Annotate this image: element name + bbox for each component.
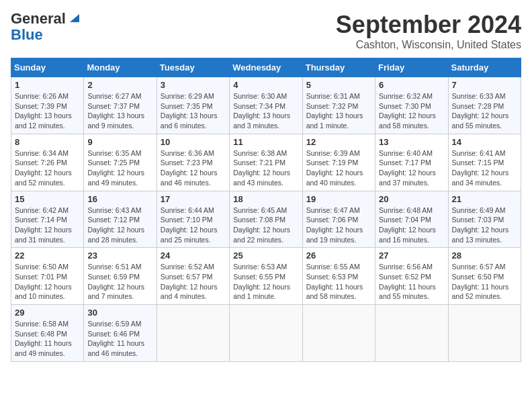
logo-icon [67, 11, 79, 24]
header-row: Sunday Monday Tuesday Wednesday Thursday… [11, 58, 521, 77]
day-detail: Sunrise: 6:51 AM Sunset: 6:59 PM Dayligh… [87, 262, 152, 302]
day-number: 7 [452, 80, 517, 90]
calendar-cell: 20Sunrise: 6:48 AM Sunset: 7:04 PM Dayli… [375, 191, 448, 248]
col-friday: Friday [375, 58, 448, 77]
logo-text: General [11, 11, 66, 27]
calendar-row: 1Sunrise: 6:26 AM Sunset: 7:39 PM Daylig… [11, 77, 521, 134]
day-number: 9 [87, 137, 152, 147]
day-number: 17 [161, 194, 226, 204]
day-number: 21 [452, 194, 517, 204]
calendar-cell: 18Sunrise: 6:45 AM Sunset: 7:08 PM Dayli… [230, 191, 302, 248]
day-detail: Sunrise: 6:35 AM Sunset: 7:25 PM Dayligh… [87, 148, 152, 188]
calendar-cell: 29Sunrise: 6:58 AM Sunset: 6:48 PM Dayli… [11, 305, 84, 362]
col-sunday: Sunday [11, 58, 84, 77]
calendar-cell: 9Sunrise: 6:35 AM Sunset: 7:25 PM Daylig… [84, 134, 157, 191]
day-detail: Sunrise: 6:58 AM Sunset: 6:48 PM Dayligh… [15, 319, 80, 359]
day-detail: Sunrise: 6:41 AM Sunset: 7:15 PM Dayligh… [452, 148, 517, 188]
day-detail: Sunrise: 6:38 AM Sunset: 7:21 PM Dayligh… [233, 148, 298, 188]
calendar-cell: 13Sunrise: 6:40 AM Sunset: 7:17 PM Dayli… [375, 134, 448, 191]
calendar-table: Sunday Monday Tuesday Wednesday Thursday… [11, 58, 521, 362]
day-detail: Sunrise: 6:53 AM Sunset: 6:55 PM Dayligh… [233, 262, 298, 302]
calendar-cell [375, 305, 448, 362]
calendar-cell: 26Sunrise: 6:55 AM Sunset: 6:53 PM Dayli… [302, 248, 375, 305]
day-number: 18 [233, 194, 298, 204]
day-number: 27 [379, 250, 444, 261]
calendar-cell: 19Sunrise: 6:47 AM Sunset: 7:06 PM Dayli… [302, 191, 375, 248]
calendar-cell: 17Sunrise: 6:44 AM Sunset: 7:10 PM Dayli… [157, 191, 229, 248]
day-detail: Sunrise: 6:36 AM Sunset: 7:23 PM Dayligh… [161, 148, 226, 188]
calendar-cell [448, 305, 521, 362]
calendar-row: 15Sunrise: 6:42 AM Sunset: 7:14 PM Dayli… [11, 191, 521, 248]
day-number: 10 [161, 137, 226, 147]
day-number: 24 [161, 250, 226, 261]
day-detail: Sunrise: 6:48 AM Sunset: 7:04 PM Dayligh… [379, 205, 444, 245]
day-detail: Sunrise: 6:30 AM Sunset: 7:34 PM Dayligh… [233, 91, 298, 131]
day-number: 13 [379, 137, 444, 147]
day-detail: Sunrise: 6:45 AM Sunset: 7:08 PM Dayligh… [233, 205, 298, 245]
day-detail: Sunrise: 6:52 AM Sunset: 6:57 PM Dayligh… [161, 262, 226, 302]
day-detail: Sunrise: 6:55 AM Sunset: 6:53 PM Dayligh… [306, 262, 371, 302]
title-area: September 2024 Cashton, Wisconsin, Unite… [336, 11, 521, 51]
day-number: 19 [306, 194, 371, 204]
calendar-row: 8Sunrise: 6:34 AM Sunset: 7:26 PM Daylig… [11, 134, 521, 191]
calendar-cell: 28Sunrise: 6:57 AM Sunset: 6:50 PM Dayli… [448, 248, 521, 305]
calendar-body: 1Sunrise: 6:26 AM Sunset: 7:39 PM Daylig… [11, 77, 521, 362]
svg-marker-0 [70, 14, 79, 22]
day-detail: Sunrise: 6:27 AM Sunset: 7:37 PM Dayligh… [87, 91, 152, 131]
calendar-cell: 14Sunrise: 6:41 AM Sunset: 7:15 PM Dayli… [448, 134, 521, 191]
day-number: 14 [452, 137, 517, 147]
calendar-cell: 30Sunrise: 6:59 AM Sunset: 6:46 PM Dayli… [84, 305, 157, 362]
location-title: Cashton, Wisconsin, United States [336, 39, 521, 51]
calendar-cell: 23Sunrise: 6:51 AM Sunset: 6:59 PM Dayli… [84, 248, 157, 305]
day-number: 29 [15, 308, 80, 318]
day-number: 3 [161, 80, 226, 90]
day-number: 30 [87, 308, 152, 318]
day-number: 4 [233, 80, 298, 90]
calendar-cell: 12Sunrise: 6:39 AM Sunset: 7:19 PM Dayli… [302, 134, 375, 191]
calendar-cell [157, 305, 229, 362]
calendar-cell: 16Sunrise: 6:43 AM Sunset: 7:12 PM Dayli… [84, 191, 157, 248]
col-monday: Monday [84, 58, 157, 77]
day-detail: Sunrise: 6:43 AM Sunset: 7:12 PM Dayligh… [87, 205, 152, 245]
calendar-cell: 7Sunrise: 6:33 AM Sunset: 7:28 PM Daylig… [448, 77, 521, 134]
day-detail: Sunrise: 6:34 AM Sunset: 7:26 PM Dayligh… [15, 148, 80, 188]
calendar-cell: 2Sunrise: 6:27 AM Sunset: 7:37 PM Daylig… [84, 77, 157, 134]
day-number: 26 [306, 250, 371, 261]
col-saturday: Saturday [448, 58, 521, 77]
calendar-cell [230, 305, 302, 362]
day-number: 8 [15, 137, 80, 147]
logo-general: General [11, 10, 66, 27]
day-number: 15 [15, 194, 80, 204]
calendar-cell [302, 305, 375, 362]
day-number: 20 [379, 194, 444, 204]
day-detail: Sunrise: 6:42 AM Sunset: 7:14 PM Dayligh… [15, 205, 80, 245]
day-detail: Sunrise: 6:32 AM Sunset: 7:30 PM Dayligh… [379, 91, 444, 131]
col-thursday: Thursday [302, 58, 375, 77]
calendar-cell: 11Sunrise: 6:38 AM Sunset: 7:21 PM Dayli… [230, 134, 302, 191]
calendar-cell: 1Sunrise: 6:26 AM Sunset: 7:39 PM Daylig… [11, 77, 84, 134]
calendar-cell: 5Sunrise: 6:31 AM Sunset: 7:32 PM Daylig… [302, 77, 375, 134]
day-number: 25 [233, 250, 298, 261]
day-detail: Sunrise: 6:47 AM Sunset: 7:06 PM Dayligh… [306, 205, 371, 245]
day-number: 22 [15, 250, 80, 261]
day-number: 6 [379, 80, 444, 90]
day-number: 12 [306, 137, 371, 147]
day-number: 1 [15, 80, 80, 90]
day-detail: Sunrise: 6:26 AM Sunset: 7:39 PM Dayligh… [15, 91, 80, 131]
day-detail: Sunrise: 6:49 AM Sunset: 7:03 PM Dayligh… [452, 205, 517, 245]
day-detail: Sunrise: 6:29 AM Sunset: 7:35 PM Dayligh… [161, 91, 226, 131]
day-detail: Sunrise: 6:44 AM Sunset: 7:10 PM Dayligh… [161, 205, 226, 245]
day-number: 16 [87, 194, 152, 204]
day-number: 28 [452, 250, 517, 261]
calendar-row: 29Sunrise: 6:58 AM Sunset: 6:48 PM Dayli… [11, 305, 521, 362]
day-number: 5 [306, 80, 371, 90]
calendar-cell: 25Sunrise: 6:53 AM Sunset: 6:55 PM Dayli… [230, 248, 302, 305]
col-tuesday: Tuesday [157, 58, 229, 77]
day-number: 2 [87, 80, 152, 90]
calendar-cell: 3Sunrise: 6:29 AM Sunset: 7:35 PM Daylig… [157, 77, 229, 134]
day-detail: Sunrise: 6:39 AM Sunset: 7:19 PM Dayligh… [306, 148, 371, 188]
day-detail: Sunrise: 6:31 AM Sunset: 7:32 PM Dayligh… [306, 91, 371, 131]
calendar-cell: 27Sunrise: 6:56 AM Sunset: 6:52 PM Dayli… [375, 248, 448, 305]
logo-blue: Blue [11, 27, 43, 43]
calendar-cell: 21Sunrise: 6:49 AM Sunset: 7:03 PM Dayli… [448, 191, 521, 248]
